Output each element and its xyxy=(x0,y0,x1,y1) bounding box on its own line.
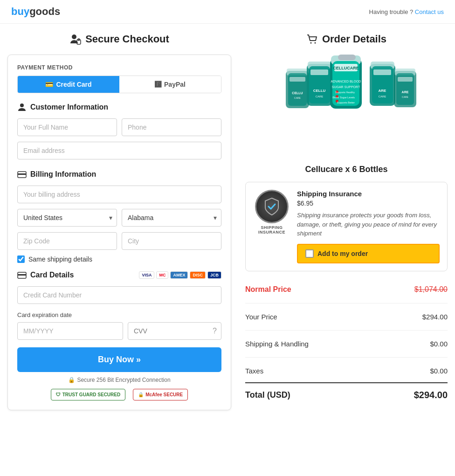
contact-link[interactable]: Contact us xyxy=(415,8,444,15)
same-shipping-label: Same shipping details xyxy=(28,255,92,263)
form-card: PAYMENT METHOD 💳 Credit Card 🅿 PayPal xyxy=(7,55,231,410)
amex-icon: AMEX xyxy=(170,271,188,279)
billing-info-heading: Billing Information xyxy=(17,170,221,179)
header: buygoods Having trouble ? Contact us xyxy=(0,0,455,24)
mcafee-badge: 🔒 McAfee SECURE xyxy=(133,389,188,400)
insurance-title: Shipping Insurance xyxy=(297,190,440,198)
svg-rect-7 xyxy=(18,274,26,276)
logo-goods: goods xyxy=(29,6,60,17)
svg-text:ADVANCED BLOOD: ADVANCED BLOOD xyxy=(331,80,361,83)
lock-person-icon xyxy=(69,33,82,45)
insurance-icon-area: SHIPPINGINSURANCE xyxy=(253,190,290,235)
svg-text:ARE: ARE xyxy=(402,90,409,94)
normal-price-label: Normal Price xyxy=(245,285,291,294)
insurance-details: Shipping Insurance $6.95 Shipping insura… xyxy=(297,190,440,263)
svg-point-3 xyxy=(20,103,24,107)
paypal-tab[interactable]: 🅿 PayPal xyxy=(119,76,221,93)
normal-price-value: $1,074.00 xyxy=(414,285,448,294)
total-row: Total (USD) $294.00 xyxy=(245,382,448,407)
divider-2 xyxy=(245,330,448,331)
order-details-title: Order Details xyxy=(245,33,448,45)
jcb-icon: JCB xyxy=(207,271,221,279)
secure-note-text: Secure 256 Bit Encrypted Connection xyxy=(77,377,170,383)
add-to-order-button[interactable]: Add to my order xyxy=(297,244,440,263)
buy-now-button[interactable]: Buy Now » xyxy=(17,347,221,372)
svg-rect-5 xyxy=(18,173,26,175)
insurance-price: $6.95 xyxy=(297,200,440,207)
country-select-wrap: United States Canada United Kingdom Aust… xyxy=(17,209,117,227)
your-price-row: Your Price $294.00 xyxy=(245,308,448,325)
product-name: Cellucare x 6 Bottles xyxy=(245,165,448,174)
payment-tabs: 💳 Credit Card 🅿 PayPal xyxy=(17,76,221,93)
city-input[interactable] xyxy=(122,232,221,250)
total-label: Total (USD) xyxy=(245,390,290,400)
mastercard-icon: MC xyxy=(156,271,168,279)
your-price-label: Your Price xyxy=(245,313,277,321)
state-select-wrap: Alabama Alaska Arizona California Florid… xyxy=(122,209,221,227)
email-input[interactable] xyxy=(17,142,221,159)
trouble-text: Having trouble ? xyxy=(369,8,414,15)
lock-icon: 🔒 xyxy=(68,377,75,383)
divider-1 xyxy=(245,303,448,304)
paypal-icon: 🅿 xyxy=(155,81,161,88)
shipping-row: Shipping & Handling $0.00 xyxy=(245,335,448,352)
same-shipping-row: Same shipping details xyxy=(17,255,221,263)
your-price-value: $294.00 xyxy=(422,313,448,321)
mcafee-icon: 🔒 xyxy=(138,392,144,397)
taxes-label: Taxes xyxy=(245,367,263,375)
svg-point-8 xyxy=(310,42,311,44)
full-name-input[interactable] xyxy=(17,118,117,136)
svg-text:CELLU: CELLU xyxy=(313,89,326,93)
product-image: CELLU CARE CELLU CARE xyxy=(267,55,426,157)
country-select[interactable]: United States Canada United Kingdom Aust… xyxy=(17,209,117,227)
insurance-card: SHIPPINGINSURANCE Shipping Insurance $6.… xyxy=(245,182,448,271)
name-phone-row xyxy=(17,118,221,136)
svg-point-0 xyxy=(72,34,76,39)
svg-text:Supports Healthy: Supports Healthy xyxy=(335,91,355,94)
svg-text:CARE: CARE xyxy=(402,96,409,98)
right-panel: Order Details CELLU CARE xyxy=(245,33,448,410)
cvv-help-icon[interactable]: ? xyxy=(213,327,217,335)
svg-text:SUGAR SUPPORT: SUGAR SUPPORT xyxy=(332,85,360,89)
cvv-input[interactable] xyxy=(128,322,221,340)
visa-icon: VISA xyxy=(139,271,154,279)
add-to-order-label: Add to my order xyxy=(317,250,368,257)
main-content: Secure Checkout PAYMENT METHOD 💳 Credit … xyxy=(0,24,455,420)
customer-info-label: Customer Information xyxy=(30,103,108,111)
taxes-row: Taxes $0.00 xyxy=(245,362,448,379)
cart-icon xyxy=(306,33,318,45)
svg-text:CELLUCARE: CELLUCARE xyxy=(333,66,359,70)
checkout-title-text: Secure Checkout xyxy=(85,33,169,45)
payment-method-label: PAYMENT METHOD xyxy=(17,64,221,71)
trust-badges: 🛡 TRUST GUARD SECURED 🔒 McAfee SECURE xyxy=(17,389,221,400)
secure-note: 🔒 Secure 256 Bit Encrypted Connection xyxy=(17,377,221,383)
cvv-wrap: ? xyxy=(128,322,221,340)
insurance-text-label: SHIPPINGINSURANCE xyxy=(258,225,285,235)
state-select[interactable]: Alabama Alaska Arizona California Florid… xyxy=(122,209,221,227)
product-image-area: CELLU CARE CELLU CARE xyxy=(245,55,448,157)
same-shipping-checkbox[interactable] xyxy=(17,255,25,263)
svg-rect-44 xyxy=(398,77,413,82)
expiry-input[interactable] xyxy=(17,322,123,340)
svg-text:Supports Better: Supports Better xyxy=(337,101,355,104)
zip-input[interactable] xyxy=(17,232,117,250)
credit-card-tab[interactable]: 💳 Credit Card xyxy=(18,76,119,93)
insurance-badge xyxy=(255,190,289,223)
header-right: Having trouble ? Contact us xyxy=(369,8,444,15)
shipping-label: Shipping & Handling xyxy=(245,340,309,348)
total-value: $294.00 xyxy=(414,390,448,400)
svg-text:Blood Sugar Levels: Blood Sugar Levels xyxy=(332,96,355,99)
billing-info-label: Billing Information xyxy=(30,170,96,179)
person-icon xyxy=(17,103,27,112)
billing-address-input[interactable] xyxy=(17,186,221,203)
phone-input[interactable] xyxy=(122,118,221,136)
logo-buy: buy xyxy=(11,6,29,17)
svg-text:CARE: CARE xyxy=(379,95,386,98)
trustguard-icon: 🛡 xyxy=(56,392,61,397)
credit-card-tab-label: Credit Card xyxy=(56,81,91,88)
svg-point-9 xyxy=(314,42,316,44)
add-to-order-checkbox xyxy=(305,249,314,258)
credit-card-input[interactable] xyxy=(17,286,221,304)
trustguard-label: TRUST GUARD SECURED xyxy=(62,392,120,397)
svg-text:ARE: ARE xyxy=(379,89,387,93)
